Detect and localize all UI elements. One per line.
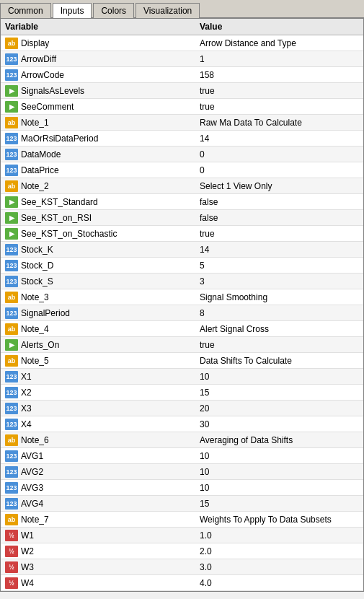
row-value: 14: [200, 134, 359, 144]
bool-icon: ▶: [5, 228, 18, 240]
ab-icon: ab: [5, 355, 18, 367]
table-row[interactable]: abNote_6Averaging of Data Shifts: [1, 432, 363, 448]
row-value: false: [200, 213, 359, 223]
table-row[interactable]: 123AVG310: [1, 480, 363, 496]
row-name: DataMode: [21, 149, 200, 159]
tab-inputs[interactable]: Inputs: [53, 3, 92, 18]
tab-visualization[interactable]: Visualization: [136, 3, 200, 18]
table-row[interactable]: ▶SeeCommenttrue: [1, 99, 363, 115]
ab-icon: ab: [5, 292, 18, 303]
row-name: ArrowCode: [21, 70, 200, 80]
table-row[interactable]: abNote_1Raw Ma Data To Calculate: [1, 115, 363, 131]
table-row[interactable]: 123AVG110: [1, 448, 363, 464]
table-row[interactable]: 123X320: [1, 401, 363, 416]
row-name: Stock_D: [21, 261, 200, 271]
row-name: Note_5: [21, 356, 200, 366]
table-row[interactable]: ▶See_KST_on_RSIfalse: [1, 210, 363, 226]
row-value: 10: [200, 483, 359, 493]
123-icon: 123: [5, 466, 18, 478]
row-name: Display: [21, 38, 200, 48]
row-value: Weights To Apply To Data Subsets: [200, 515, 359, 525]
row-name: See_KST_Standard: [21, 197, 200, 207]
table-row[interactable]: 123MaOrRsiDataPeriod14: [1, 131, 363, 147]
table-row[interactable]: 123AVG210: [1, 464, 363, 480]
ab-icon: ab: [5, 38, 18, 49]
table-row[interactable]: abNote_7Weights To Apply To Data Subsets: [1, 512, 363, 528]
123-icon: 123: [5, 53, 18, 65]
table-row[interactable]: 123Stock_K14: [1, 242, 363, 258]
row-value: 3.0: [200, 562, 359, 572]
table-row[interactable]: ▶See_KST_Standardfalse: [1, 194, 363, 210]
row-name: AVG3: [21, 483, 200, 493]
123-icon: 123: [5, 244, 18, 255]
row-name: ArrowDiff: [21, 54, 200, 64]
table-row[interactable]: ½W33.0: [1, 559, 363, 575]
table-header: Variable Value: [1, 19, 363, 35]
table-row[interactable]: 123ArrowDiff1: [1, 51, 363, 67]
table-row[interactable]: 123SignalPeriod8: [1, 305, 363, 321]
row-name: Alerts_On: [21, 340, 200, 350]
row-value: true: [200, 102, 359, 112]
row-value: true: [200, 86, 359, 96]
row-value: 1: [200, 54, 359, 64]
table-row[interactable]: ½W22.0: [1, 543, 363, 559]
table-row[interactable]: 123DataPrice0: [1, 162, 363, 178]
row-name: See_KST_on_RSI: [21, 213, 200, 223]
row-name: Note_4: [21, 324, 200, 334]
row-value: Averaging of Data Shifts: [200, 435, 359, 445]
row-value: 0: [200, 149, 359, 159]
row-name: MaOrRsiDataPeriod: [21, 134, 200, 144]
row-value: Raw Ma Data To Calculate: [200, 118, 359, 128]
tab-colors[interactable]: Colors: [93, 3, 134, 18]
bool-icon: ▶: [5, 339, 18, 351]
row-name: W1: [21, 530, 200, 541]
table-row[interactable]: 123DataMode0: [1, 147, 363, 162]
123-icon: 123: [5, 498, 18, 510]
123-icon: 123: [5, 419, 18, 430]
123-icon: 123: [5, 69, 18, 81]
123-icon: 123: [5, 276, 18, 287]
table-row[interactable]: ½W44.0: [1, 575, 363, 591]
table-row[interactable]: 123Stock_D5: [1, 258, 363, 274]
row-value: 15: [200, 499, 359, 509]
123-icon: 123: [5, 165, 18, 176]
table-row[interactable]: 123ArrowCode158: [1, 67, 363, 83]
row-name: SeeComment: [21, 102, 200, 112]
row-name: Note_3: [21, 292, 200, 302]
table-row[interactable]: abNote_4Alert Signal Cross: [1, 321, 363, 337]
row-value: 0: [200, 165, 359, 175]
row-value: Alert Signal Cross: [200, 324, 359, 334]
row-name: AVG4: [21, 499, 200, 509]
row-value: Signal Smoothing: [200, 292, 359, 302]
tab-bar: CommonInputsColorsVisualization: [0, 0, 364, 18]
row-value: 8: [200, 308, 359, 318]
row-name: W2: [21, 546, 200, 556]
table-row[interactable]: abNote_3Signal Smoothing: [1, 289, 363, 305]
table-row[interactable]: abNote_2Select 1 View Only: [1, 178, 363, 194]
table-row[interactable]: ▶Alerts_Ontrue: [1, 337, 363, 353]
row-name: X1: [21, 372, 200, 382]
table-row[interactable]: 123X430: [1, 416, 363, 432]
ab-icon: ab: [5, 323, 18, 335]
123-icon: 123: [5, 403, 18, 414]
row-value: 10: [200, 467, 359, 477]
row-name: Note_1: [21, 118, 200, 128]
table-row[interactable]: ½W11.0: [1, 528, 363, 543]
table-row[interactable]: abDisplayArrow Distance and Type: [1, 35, 363, 51]
row-value: 10: [200, 451, 359, 461]
table-row[interactable]: 123X110: [1, 369, 363, 385]
row-name: DataPrice: [21, 165, 200, 175]
row-name: SignalPeriod: [21, 308, 200, 318]
content-area: Variable Value abDisplayArrow Distance a…: [0, 18, 364, 592]
table-row[interactable]: ▶See_KST_on_Stochastictrue: [1, 226, 363, 242]
table-row[interactable]: 123AVG415: [1, 496, 363, 512]
row-value: Arrow Distance and Type: [200, 38, 359, 48]
table-row[interactable]: abNote_5Data Shifts To Calculate: [1, 353, 363, 369]
123-icon: 123: [5, 387, 18, 398]
table-row[interactable]: ▶SignalsAsLevelstrue: [1, 83, 363, 99]
row-name: Note_6: [21, 435, 200, 445]
table-row[interactable]: 123Stock_S3: [1, 274, 363, 289]
row-name: X2: [21, 388, 200, 398]
tab-common[interactable]: Common: [0, 3, 51, 18]
table-row[interactable]: 123X215: [1, 385, 363, 401]
